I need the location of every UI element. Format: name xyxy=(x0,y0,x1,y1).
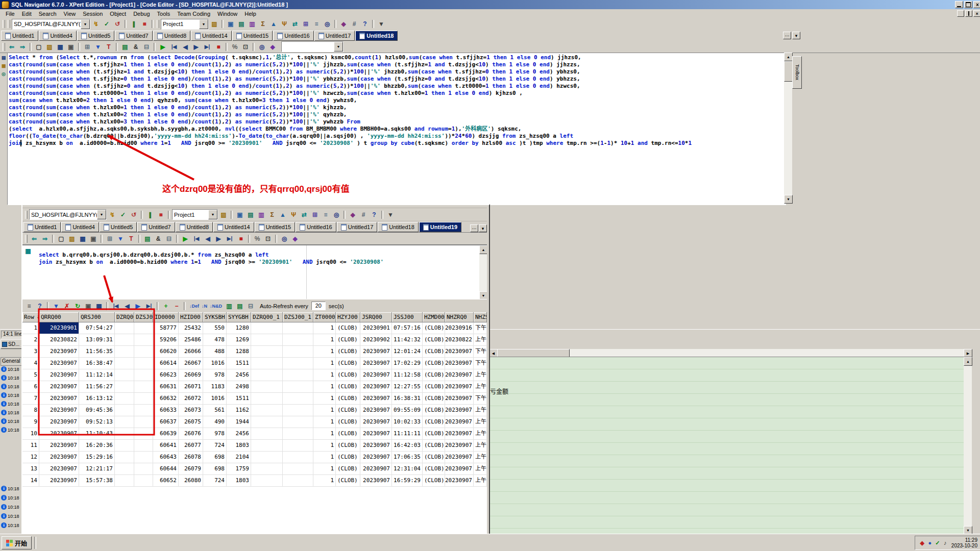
cell[interactable] xyxy=(251,416,283,428)
cell[interactable] xyxy=(251,381,283,392)
cell[interactable]: 1 xyxy=(313,346,336,357)
db-connection-combo[interactable]: SD_HOSPITAL@FJLNYY( ▼ xyxy=(12,19,90,30)
open-project-icon[interactable]: ▨ xyxy=(209,19,219,29)
rollback-icon[interactable]: ↺ xyxy=(112,19,122,29)
cell[interactable]: 上午 xyxy=(474,369,487,381)
chevron-down-icon[interactable]: ▼ xyxy=(334,42,343,52)
cell[interactable]: 1016 xyxy=(203,358,227,369)
cell[interactable] xyxy=(115,475,134,486)
cell[interactable]: (CLOB) xyxy=(336,334,360,345)
cell[interactable]: 25486 xyxy=(179,334,203,345)
cell[interactable] xyxy=(134,428,153,439)
cell[interactable]: 60643 xyxy=(153,452,179,463)
cell[interactable] xyxy=(283,475,313,486)
tab-untitled17[interactable]: Untitled17 xyxy=(314,31,355,41)
tab-menu-button[interactable]: ▾ xyxy=(792,32,800,39)
halt-icon[interactable]: ■ xyxy=(236,234,246,243)
cell[interactable]: 60652 xyxy=(153,475,179,486)
mdi-close-button[interactable]: × xyxy=(973,10,980,17)
w2-tab-untitled15[interactable]: Untitled15 xyxy=(255,222,296,232)
explain-plan-icon[interactable]: ⊞ xyxy=(310,210,320,219)
log-entry[interactable]: i10:18 xyxy=(1,374,21,382)
sql-monitor-icon[interactable]: ▥ xyxy=(247,19,257,29)
step-forward-icon[interactable]: ▶ xyxy=(191,42,201,52)
w2-tab-untitled19[interactable]: Untitled19 xyxy=(419,222,461,232)
cell[interactable] xyxy=(251,475,283,486)
w2-tab-untitled5[interactable]: Untitled5 xyxy=(100,222,137,232)
cell[interactable]: (CLOB) xyxy=(423,452,445,463)
profiler-icon[interactable]: ▲ xyxy=(278,210,288,219)
chevron-down-icon[interactable]: ▼ xyxy=(81,19,90,29)
cell[interactable]: (CLOB) xyxy=(423,428,445,439)
go-first-icon[interactable]: |◀ xyxy=(168,42,180,52)
cell[interactable]: 978 xyxy=(203,369,227,381)
cell[interactable] xyxy=(283,440,313,451)
menu-window[interactable]: Window xyxy=(214,10,241,17)
column-header-row-[interactable]: Row # xyxy=(22,312,39,322)
cell[interactable]: 698 xyxy=(203,463,227,474)
commit-percent-icon[interactable]: % xyxy=(230,42,240,52)
chevron-down-icon[interactable]: ▼ xyxy=(97,210,106,219)
window2-sql-editor[interactable]: ▦ select b.qrrq00,b.qrsj00,b.dzrq00,b.dz… xyxy=(22,245,487,299)
cell[interactable]: 20230907 xyxy=(39,440,79,451)
chevron-down-icon[interactable]: ▼ xyxy=(199,19,208,29)
cell[interactable]: 60633 xyxy=(153,405,179,416)
cell[interactable] xyxy=(134,475,153,486)
sql-analyze-icon[interactable]: Σ xyxy=(267,210,277,219)
auto-refresh-input[interactable]: 20 xyxy=(311,302,326,310)
cell[interactable]: 60620 xyxy=(153,346,179,357)
cell[interactable]: (CLOB) xyxy=(423,369,445,381)
cell[interactable]: 26069 xyxy=(179,369,203,381)
cell[interactable]: (CLOB) xyxy=(336,358,360,369)
cell[interactable] xyxy=(283,452,313,463)
cell[interactable] xyxy=(134,416,153,428)
cell[interactable]: (CLOB) xyxy=(423,475,445,486)
cell[interactable] xyxy=(115,381,134,392)
log-entry[interactable]: i10:18 xyxy=(1,485,21,492)
filter-funnel-icon[interactable]: ▼ xyxy=(93,42,103,52)
cell[interactable] xyxy=(115,463,134,474)
cell[interactable] xyxy=(251,440,283,451)
cell[interactable]: 20230907 xyxy=(39,346,79,357)
back-icon[interactable]: ⇐ xyxy=(7,42,17,52)
log-entry[interactable]: i10:18 xyxy=(1,400,21,408)
minimize-button[interactable] xyxy=(955,1,963,8)
cell[interactable] xyxy=(283,405,313,416)
log-entry[interactable]: i10:18 xyxy=(1,494,21,502)
rollback-icon[interactable]: ↺ xyxy=(129,210,139,219)
menu-object[interactable]: Object xyxy=(106,10,130,17)
result-grid-icon[interactable]: ▤ xyxy=(142,234,153,243)
cell[interactable]: 1016 xyxy=(203,393,227,404)
cell[interactable]: 26077 xyxy=(179,440,203,451)
cell[interactable]: 17:06:35 xyxy=(392,452,423,463)
cell[interactable] xyxy=(283,393,313,404)
fixed-columns-icon[interactable]: ▥ xyxy=(224,302,234,311)
find-objects-icon[interactable]: ◎ xyxy=(322,19,332,29)
cell[interactable] xyxy=(115,452,134,463)
column-header-id0000[interactable]: ID0000 xyxy=(153,312,179,322)
cell[interactable] xyxy=(115,440,134,451)
cell[interactable] xyxy=(283,428,313,439)
cell[interactable] xyxy=(115,322,134,334)
toolbar-grip[interactable] xyxy=(25,235,28,243)
cell[interactable] xyxy=(134,440,153,451)
cell[interactable]: 26067 xyxy=(179,358,203,369)
grid-close-icon[interactable]: ✗ xyxy=(62,302,72,311)
cell[interactable]: (CLOB) xyxy=(423,346,445,357)
cell[interactable]: (CLOB) xyxy=(423,416,445,428)
stretch-columns-icon[interactable]: ▤ xyxy=(235,302,245,311)
column-header-dzrq00-1[interactable]: DZRQ00_1 xyxy=(251,312,283,322)
cell[interactable]: 1 xyxy=(313,405,336,416)
log-entry[interactable]: i10:18 xyxy=(1,503,21,511)
dbms-output-icon[interactable]: ≡ xyxy=(311,19,322,29)
cell[interactable]: 1511 xyxy=(227,393,251,404)
tab-list-button[interactable]: ⋯ xyxy=(783,32,791,39)
w2-tab-untitled14[interactable]: Untitled14 xyxy=(213,222,254,232)
cell[interactable]: 20230907 xyxy=(445,405,474,416)
sql-code-editor[interactable]: Select * from (Select t.*,rownum rn from… xyxy=(7,53,786,205)
cell[interactable]: 1 xyxy=(313,358,336,369)
filter-text-icon[interactable]: T xyxy=(104,42,114,52)
cell[interactable]: (CLOB) xyxy=(336,393,360,404)
cell[interactable]: (CLOB) xyxy=(423,334,445,345)
step-back-icon[interactable]: ◀ xyxy=(180,42,190,52)
